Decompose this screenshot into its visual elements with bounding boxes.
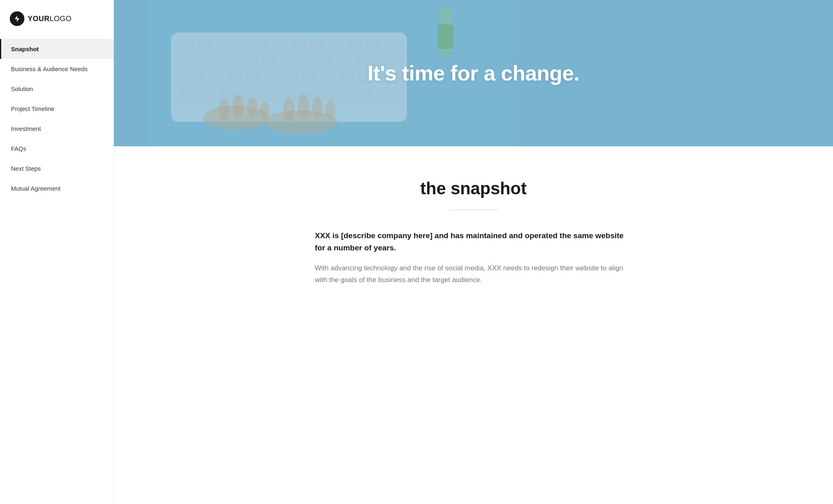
svg-rect-17 — [223, 57, 238, 68]
nav-item-snapshot[interactable]: Snapshot — [0, 39, 113, 59]
svg-point-46 — [259, 102, 269, 119]
sidebar: YOURLOGO SnapshotBusiness & Audience Nee… — [0, 0, 114, 504]
svg-rect-7 — [254, 41, 269, 52]
logo-icon — [10, 11, 24, 26]
snapshot-secondary-text: With advancing technology and the rise o… — [315, 263, 632, 286]
svg-rect-11 — [329, 41, 344, 52]
hero-banner: It's time for a change. — [114, 0, 833, 146]
svg-rect-20 — [279, 57, 294, 68]
svg-rect-31 — [283, 73, 299, 85]
svg-rect-40 — [377, 90, 403, 102]
svg-point-43 — [218, 99, 229, 120]
svg-rect-10 — [310, 41, 325, 52]
svg-rect-14 — [385, 41, 403, 52]
svg-rect-5 — [216, 41, 232, 52]
svg-rect-52 — [437, 24, 454, 49]
svg-rect-21 — [298, 57, 313, 68]
main-content: It's time for a change. the snapshot XXX… — [114, 0, 833, 504]
svg-rect-32 — [302, 73, 317, 85]
svg-rect-19 — [260, 57, 276, 68]
svg-rect-23 — [335, 57, 351, 68]
logo-text: YOURLOGO — [28, 15, 72, 23]
svg-rect-12 — [347, 41, 363, 52]
svg-point-44 — [232, 95, 244, 118]
nav-item-project-timeline[interactable]: Project Timeline — [0, 99, 113, 119]
svg-rect-28 — [227, 73, 242, 85]
svg-point-48 — [297, 94, 309, 119]
svg-rect-33 — [321, 73, 336, 85]
svg-rect-38 — [179, 90, 215, 102]
svg-rect-8 — [273, 41, 288, 52]
nav-item-mutual-agreement[interactable]: Mutual Agreement — [0, 178, 113, 198]
svg-marker-0 — [15, 15, 20, 22]
svg-point-45 — [247, 98, 257, 118]
nav-item-next-steps[interactable]: Next Steps — [0, 159, 113, 178]
svg-rect-13 — [366, 41, 382, 52]
svg-rect-27 — [208, 73, 224, 85]
snapshot-primary-text: XXX is [describe company here] and has m… — [315, 230, 632, 254]
svg-rect-26 — [179, 73, 205, 85]
nav-item-solution[interactable]: Solution — [0, 79, 113, 99]
svg-rect-22 — [316, 57, 332, 68]
snapshot-section: the snapshot XXX is [describe company he… — [290, 146, 656, 311]
svg-point-47 — [283, 99, 294, 121]
svg-point-49 — [312, 97, 323, 119]
nav-item-faqs[interactable]: FAQs — [0, 139, 113, 159]
snapshot-divider — [449, 210, 498, 210]
svg-rect-29 — [246, 73, 261, 85]
svg-rect-34 — [339, 73, 355, 85]
logo-area: YOURLOGO — [0, 0, 113, 39]
svg-rect-16 — [204, 57, 220, 68]
nav-list: SnapshotBusiness & Audience NeedsSolutio… — [0, 39, 113, 198]
svg-rect-39 — [338, 90, 373, 102]
snapshot-heading: the snapshot — [315, 179, 632, 198]
main-nav: SnapshotBusiness & Audience NeedsSolutio… — [0, 39, 113, 198]
svg-rect-15 — [179, 57, 201, 68]
nav-item-investment[interactable]: Investment — [0, 119, 113, 139]
hero-title: It's time for a change. — [368, 61, 580, 86]
svg-rect-18 — [242, 57, 257, 68]
svg-rect-3 — [179, 41, 194, 52]
svg-rect-30 — [264, 73, 280, 85]
svg-point-50 — [325, 102, 335, 119]
svg-rect-6 — [235, 41, 251, 52]
svg-rect-9 — [291, 41, 307, 52]
svg-rect-4 — [198, 41, 213, 52]
nav-item-business-audience-needs[interactable]: Business & Audience Needs — [0, 59, 113, 79]
